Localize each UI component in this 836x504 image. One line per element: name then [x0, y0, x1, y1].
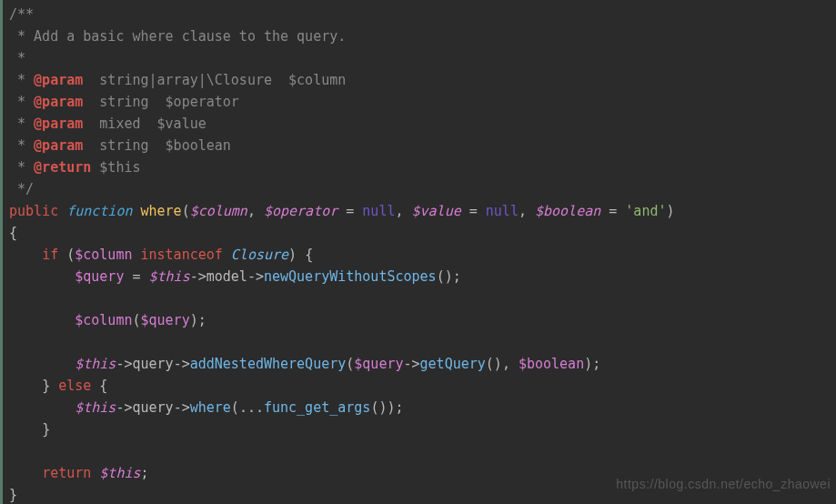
- doc-close: */: [9, 181, 34, 197]
- arrow: ->: [404, 356, 420, 372]
- method-getquery: getQuery: [420, 356, 486, 372]
- func-name: where: [141, 203, 182, 219]
- var-boolean: $boolean: [519, 356, 584, 372]
- tag-return: @return: [34, 159, 91, 176]
- semicolon: ;: [141, 465, 149, 481]
- paren-open: (: [66, 247, 75, 263]
- prop-query: query: [132, 399, 173, 416]
- method-newquery: newQueryWithoutScopes: [264, 268, 437, 285]
- eq: =: [337, 203, 362, 219]
- var-query: $query: [75, 268, 124, 285]
- return-desc: $this: [91, 159, 140, 176]
- string-and: 'and': [625, 203, 666, 219]
- comma: ,: [247, 203, 264, 219]
- param-desc-2: string $operator: [83, 94, 239, 110]
- indent: [9, 247, 42, 263]
- tag-param: @param: [34, 94, 83, 110]
- brace-open: {: [99, 378, 107, 394]
- paren-close: ): [288, 247, 297, 263]
- semicolon: ;: [198, 312, 206, 328]
- indent: [9, 465, 42, 481]
- var-this: $this: [75, 399, 116, 416]
- kw-else: else: [58, 378, 91, 394]
- var-boolean: $boolean: [535, 203, 600, 219]
- kw-public: public: [9, 203, 58, 219]
- comma: ,: [395, 203, 411, 219]
- arrow: ->: [174, 399, 190, 416]
- semicolon: ;: [395, 399, 403, 416]
- kw-return: return: [42, 465, 91, 481]
- var-column: $column: [75, 247, 132, 263]
- indent: [9, 356, 75, 372]
- tag-param: @param: [34, 116, 83, 132]
- brace-open: {: [9, 225, 17, 241]
- paren-close: ): [494, 356, 502, 372]
- doc-star: *: [9, 72, 34, 88]
- param-desc-1: string|array|\Closure $column: [83, 72, 346, 88]
- paren-close: ): [190, 312, 198, 328]
- indent: [9, 268, 75, 285]
- paren-open: (: [346, 356, 354, 372]
- param-desc-3: mixed $value: [83, 116, 206, 132]
- code-block: /** * Add a basic where clause to the qu…: [0, 0, 836, 504]
- arrow: ->: [116, 399, 132, 416]
- paren-open: (: [182, 203, 190, 219]
- arrow: ->: [116, 356, 132, 372]
- paren-open: (: [231, 399, 239, 416]
- doc-star: *: [9, 159, 34, 176]
- null-literal: null: [486, 203, 519, 219]
- doc-blank: *: [9, 50, 25, 66]
- param-desc-4: string $boolean: [83, 137, 231, 154]
- paren-open: (: [437, 268, 445, 285]
- func-get-args: func_get_args: [264, 399, 370, 416]
- var-value: $value: [412, 203, 461, 219]
- kw-if: if: [42, 247, 58, 263]
- semicolon: ;: [453, 268, 461, 285]
- var-this: $this: [149, 268, 190, 285]
- tag-param: @param: [34, 72, 83, 88]
- kw-instanceof: instanceof: [141, 247, 223, 263]
- paren-open: (: [486, 356, 494, 372]
- var-operator: $operator: [264, 203, 337, 219]
- var-column: $column: [190, 203, 247, 219]
- doc-open: /**: [9, 6, 34, 23]
- var-this: $this: [75, 356, 116, 372]
- null-literal: null: [362, 203, 395, 219]
- prop-query: query: [132, 356, 173, 372]
- kw-function: function: [66, 203, 132, 219]
- var-query: $query: [354, 356, 403, 372]
- doc-desc: Add a basic where clause to the query.: [34, 28, 346, 45]
- doc-star: *: [9, 137, 34, 154]
- paren-close: ): [667, 203, 675, 219]
- paren-close: ): [584, 356, 592, 372]
- indent: [9, 312, 75, 328]
- arrow: ->: [247, 268, 264, 285]
- var-column: $column: [75, 312, 132, 328]
- class-closure: Closure: [231, 247, 288, 263]
- doc-star: *: [9, 116, 34, 132]
- indent: [9, 378, 42, 394]
- comma: ,: [519, 203, 535, 219]
- comma: ,: [502, 356, 519, 372]
- method-where: where: [190, 399, 231, 416]
- arrow: ->: [190, 268, 206, 285]
- eq: =: [600, 203, 625, 219]
- paren-open: (: [132, 312, 140, 328]
- indent: [9, 399, 75, 416]
- var-query: $query: [141, 312, 190, 328]
- var-this: $this: [99, 465, 140, 481]
- doc-star: *: [9, 94, 34, 110]
- eq: =: [461, 203, 486, 219]
- brace-close: }: [42, 421, 50, 438]
- watermark-text: https://blog.csdn.net/echo_zhaowei: [616, 473, 831, 495]
- method-addnested: addNestedWhereQuery: [190, 356, 347, 372]
- arrow: ->: [174, 356, 190, 372]
- doc-star: *: [9, 28, 34, 45]
- spread: ...: [239, 399, 264, 416]
- paren-close: ): [445, 268, 453, 285]
- brace-close: }: [9, 487, 17, 503]
- tag-param: @param: [34, 137, 83, 154]
- brace-open: {: [305, 247, 313, 263]
- semicolon: ;: [592, 356, 600, 372]
- indent: [9, 421, 42, 438]
